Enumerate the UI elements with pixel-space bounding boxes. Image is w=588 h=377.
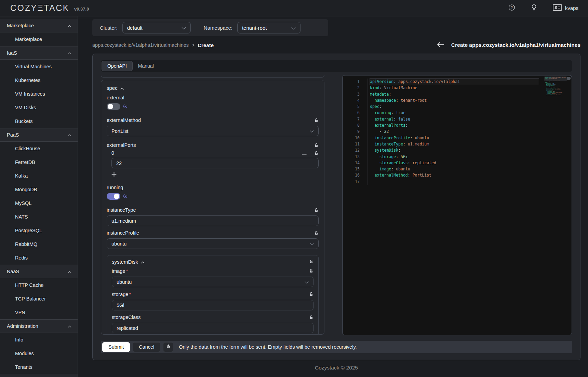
sidebar-item-vpn[interactable]: VPN [0, 306, 78, 319]
editor-line[interactable]: 15 image: ubuntu [343, 166, 572, 172]
sidebar-item-kubernetes[interactable]: Kubernetes [0, 73, 78, 87]
sidebar-item-vm-instances[interactable]: VM Instances [0, 87, 78, 101]
sidebar-item-tcp-balancer[interactable]: TCP Balancer [0, 292, 78, 306]
chevron-down-icon [310, 241, 314, 247]
instanceProfile-label: instanceProfile [107, 230, 139, 236]
remove-port-button[interactable] [302, 151, 307, 156]
breadcrumb-path[interactable]: apps.cozystack.io/v1alpha1/virtualmachin… [92, 42, 189, 48]
sidebar-item-mongodb[interactable]: MongoDB [0, 183, 78, 196]
spec-section: spec external [101, 80, 324, 335]
sidebar-item-http-cache[interactable]: HTTP Cache [0, 278, 78, 292]
help-button[interactable]: ? [508, 4, 515, 12]
lock-open-icon[interactable] [309, 315, 313, 320]
sidebar-item-modules[interactable]: Modules [0, 347, 78, 360]
editor-line[interactable]: 8 externalPorts: [343, 122, 572, 128]
lightbulb-icon [531, 4, 537, 12]
image-select[interactable]: ubuntu [112, 277, 313, 287]
tab-openapi[interactable]: OpenAPI [102, 61, 133, 71]
theme-toggle-button[interactable] [531, 4, 537, 12]
cluster-select[interactable]: default [122, 22, 191, 33]
editor-line[interactable]: 12 systemDisk: [343, 147, 572, 153]
sidebar-section-marketplace[interactable]: Marketplace [0, 19, 78, 32]
systemDisk-group-toggle[interactable]: systemDisk [112, 259, 145, 265]
sidebar-item-clickhouse[interactable]: ClickHouse [0, 142, 78, 155]
main-content: Cluster: default Namespace: tenant-root … [78, 16, 588, 377]
running-toggle[interactable] [107, 193, 120, 200]
sidebar-section-naas[interactable]: NaaS [0, 265, 78, 278]
sidebar-item-virtual-machines[interactable]: Virtual Machines [0, 60, 78, 73]
minimap-slider[interactable] [544, 76, 567, 81]
sidebar-item-nats[interactable]: NATS [0, 210, 78, 224]
line-number: 8 [343, 122, 360, 128]
editor-line[interactable]: 5spec: [343, 103, 572, 110]
storageClass-input[interactable] [112, 323, 313, 333]
sidebar-section-paas[interactable]: PaaS [0, 128, 78, 142]
bug-icon [166, 344, 171, 350]
editor-line[interactable]: 4 namespace: tenant-root [343, 97, 572, 103]
back-button[interactable] [437, 42, 444, 49]
editor-line[interactable]: 7 external: false [343, 116, 572, 122]
lock-open-icon[interactable] [314, 143, 319, 148]
sidebar-item-buckets[interactable]: Buckets [0, 114, 78, 128]
line-number: 6 [343, 110, 360, 116]
namespace-select[interactable]: tenant-root [237, 22, 300, 33]
debug-button[interactable] [163, 342, 173, 352]
chevron-up-icon [141, 259, 145, 265]
editor-line[interactable]: 11 instanceType: u1.medium [343, 141, 572, 147]
externalPorts-item-input[interactable] [111, 158, 319, 168]
sidebar-item-redis[interactable]: Redis [0, 251, 78, 265]
lock-open-icon[interactable] [309, 269, 313, 273]
externalMethod-select[interactable]: PortList [107, 126, 319, 136]
instanceProfile-select[interactable]: ubuntu [107, 238, 319, 249]
sidebar-item-ferretdb[interactable]: FerretDB [0, 155, 78, 169]
editor-scrollbar-thumb[interactable] [567, 77, 571, 80]
arrow-left-icon [437, 42, 444, 49]
editor-line[interactable]: 16 externalMethod: PortList [343, 172, 572, 178]
cluster-select-value: default [127, 25, 143, 31]
sidebar-section-iaas[interactable]: IaaS [0, 46, 78, 60]
sidebar-item-vm-disks[interactable]: VM Disks [0, 101, 78, 114]
storageClass-label: storageClass [112, 315, 141, 320]
externalMethod-value: PortList [111, 128, 128, 134]
editor-line[interactable]: 10 instanceProfile: ubuntu [343, 135, 572, 141]
externalPorts-item-index: 0 [111, 150, 114, 156]
sidebar-item-marketplace[interactable]: Marketplace [0, 32, 78, 46]
lock-open-icon[interactable] [314, 231, 319, 235]
editor-line[interactable]: 9 - 22 [343, 128, 572, 135]
yaml-editor[interactable]: 1apiVersion: apps.cozystack.io/v1alpha12… [342, 75, 572, 335]
storage-input[interactable] [112, 300, 313, 310]
tab-manual[interactable]: Manual [133, 61, 159, 71]
lock-open-icon[interactable] [309, 292, 313, 296]
create-panel: OpenAPI Manual spec ext [92, 54, 580, 360]
line-number: 9 [343, 128, 360, 135]
user-menu[interactable]: kvaps [553, 4, 578, 12]
cancel-button[interactable]: Cancel [133, 342, 160, 352]
sidebar-item-info[interactable]: Info [0, 333, 78, 347]
sidebar-section-administration[interactable]: Administration [0, 319, 78, 333]
instanceType-input[interactable] [107, 215, 319, 226]
sidebar-item-tenants[interactable]: Tenants [0, 360, 78, 374]
field-probe-icon [123, 194, 128, 199]
editor-line[interactable]: 2kind: VirtualMachine [343, 85, 572, 91]
editor-code[interactable]: 1apiVersion: apps.cozystack.io/v1alpha12… [343, 75, 572, 185]
namespace-select-value: tenant-root [242, 25, 267, 31]
editor-line[interactable]: 17 [343, 179, 572, 185]
sidebar-item-postgresql[interactable]: PostgreSQL [0, 224, 78, 237]
sidebar-item-kafka[interactable]: Kafka [0, 169, 78, 183]
editor-line[interactable]: 13 storage: 5Gi [343, 154, 572, 160]
lock-open-icon[interactable] [314, 151, 319, 155]
spec-group-toggle[interactable]: spec [107, 85, 319, 91]
editor-line[interactable]: 1apiVersion: apps.cozystack.io/v1alpha1 [343, 79, 572, 85]
editor-line[interactable]: 14 storageClass: replicated [343, 160, 572, 166]
externalMethod-label: externalMethod [107, 117, 141, 123]
lock-open-icon[interactable] [314, 208, 319, 212]
add-port-button[interactable] [111, 172, 117, 178]
lock-open-icon[interactable] [314, 118, 319, 123]
sidebar-item-rabbitmq[interactable]: RabbitMQ [0, 237, 78, 251]
editor-line[interactable]: 3metadata: [343, 91, 572, 97]
editor-line[interactable]: 6 running: true [343, 110, 572, 116]
sidebar-item-mysql[interactable]: MySQL [0, 196, 78, 210]
external-toggle[interactable] [107, 103, 120, 110]
submit-button[interactable]: Submit [102, 342, 130, 352]
lock-open-icon[interactable] [309, 260, 313, 264]
